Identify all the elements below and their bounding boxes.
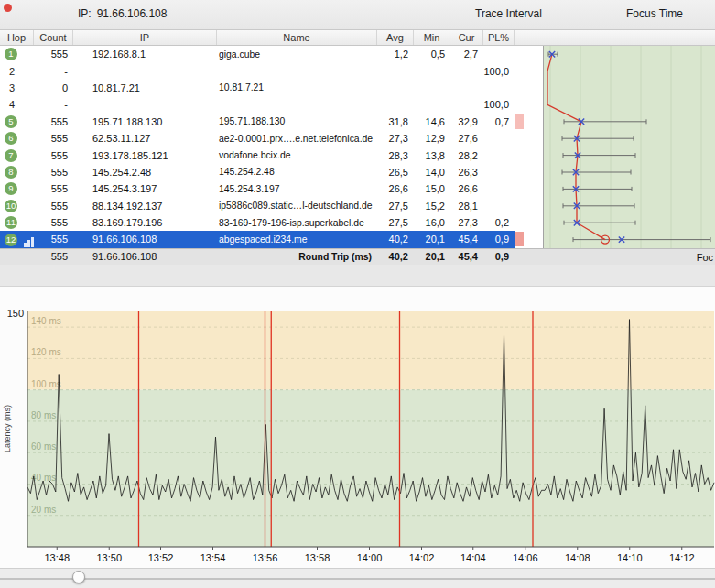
x-tick-label: 13:54 — [200, 552, 226, 563]
x-tick-label: 14:04 — [460, 552, 486, 563]
count-cell: 555 — [34, 167, 73, 178]
avg-cell: 31,8 — [377, 116, 414, 127]
hop-cell: 4 — [0, 99, 34, 110]
ip-cell: 62.53.11.127 — [73, 133, 217, 144]
cur-cell: 45,4 — [450, 234, 483, 245]
cur-cell: 28,1 — [450, 201, 483, 212]
grid-line-label: 140 ms — [31, 316, 61, 326]
column-header-ip[interactable]: IP — [73, 30, 217, 45]
ok-band — [27, 390, 714, 547]
ip-cell: 195.71.188.130 — [73, 116, 217, 127]
hop-number-badge: 1 — [5, 48, 17, 60]
avg-cell: 27,5 — [377, 201, 414, 212]
x-tick-label: 13:52 — [148, 552, 174, 563]
focus-time-label: Focus Time — [626, 7, 683, 20]
cur-cell: 28,2 — [450, 150, 483, 161]
grid-line-label: 80 ms — [31, 410, 56, 420]
y-max-label: 150 — [7, 308, 24, 319]
column-header-min[interactable]: Min — [414, 30, 450, 45]
name-cell: vodafone.bcix.de — [217, 150, 377, 160]
ip-cell: 88.134.192.137 — [73, 201, 217, 212]
warning-band — [27, 311, 714, 390]
x-tick-label: 14:12 — [669, 552, 695, 563]
column-header-hop[interactable]: Hop — [0, 30, 34, 45]
hop-cell: 11 — [0, 216, 34, 229]
focus-label-truncated: Foc — [697, 252, 713, 263]
pl-cell: 0,7 — [483, 116, 515, 127]
pl-cell: 100,0 — [483, 99, 515, 110]
table-row-hop-12[interactable]: 1255591.66.106.108abgespaced.i234.me40,2… — [0, 231, 515, 247]
round-trip-label: Round Trip (ms) — [217, 252, 377, 262]
column-header-pl[interactable]: PL% — [483, 30, 515, 45]
round-trip-row[interactable]: 555 91.66.106.108 Round Trip (ms) 40,2 2… — [0, 248, 715, 265]
timeline-scrollbar — [0, 568, 715, 588]
toolbar: IP:91.66.106.108 Trace Interval Focus Ti… — [0, 0, 715, 30]
hop-number: 3 — [5, 82, 15, 93]
table-row-hop-4[interactable]: 4-100,0 — [0, 96, 515, 113]
table-row-hop-2[interactable]: 2-100,0 — [0, 62, 515, 79]
ip-cell: 10.81.7.21 — [73, 82, 217, 93]
cur-cell: 27,3 — [450, 217, 483, 228]
target-ip-group: IP:91.66.106.108 — [78, 7, 167, 20]
table-row-hop-11[interactable]: 1155583.169.179.19683-169-179-196-isp.su… — [0, 214, 515, 231]
count-cell: 555 — [34, 183, 73, 194]
ip-cell: 83.169.179.196 — [73, 217, 217, 228]
scrollbar-thumb[interactable] — [72, 571, 85, 583]
hop-cell: 2 — [0, 66, 34, 77]
name-cell: 195.71.188.130 — [217, 116, 377, 126]
table-row-hop-9[interactable]: 9555145.254.3.197145.254.3.19726,615,026… — [0, 180, 515, 197]
hop-cell: 6 — [0, 132, 34, 145]
hop-number-badge: 11 — [5, 216, 17, 229]
count-cell: 555 — [34, 49, 73, 60]
avg-cell: 1,2 — [377, 49, 414, 60]
packet-loss-indicator — [515, 114, 524, 129]
min-cell: 15,2 — [414, 201, 450, 212]
min-cell: 0,5 — [414, 49, 450, 60]
table-row-hop-7[interactable]: 7555193.178.185.121vodafone.bcix.de28,31… — [0, 147, 515, 163]
hop-cell: 10 — [0, 200, 34, 212]
summary-pl: 0,9 — [483, 251, 515, 262]
count-cell: 555 — [34, 217, 73, 228]
hop-cell: 5 — [0, 115, 34, 128]
cur-cell: 2,7 — [450, 49, 483, 60]
column-header-cur[interactable]: Cur — [450, 30, 483, 45]
hop-number-badge: 10 — [5, 200, 17, 212]
table-header: Hop Count IP Name Avg Min Cur PL% — [0, 30, 715, 46]
avg-cell: 26,6 — [377, 183, 414, 194]
hop-number-badge: 6 — [5, 132, 17, 145]
min-cell: 16,0 — [414, 217, 450, 228]
table-row-hop-8[interactable]: 8555145.254.2.48145.254.2.4826,514,026,3 — [0, 164, 515, 180]
avg-cell: 40,2 — [377, 234, 414, 245]
column-header-avg[interactable]: Avg — [377, 30, 414, 45]
ip-value: 91.66.106.108 — [97, 7, 168, 20]
table-row-hop-6[interactable]: 655562.53.11.127ae2-0.0001.prx….e.net.te… — [0, 130, 515, 147]
hop-cell: 3 — [0, 82, 34, 93]
focus-graph-icon — [24, 236, 37, 246]
summary-count: 555 — [34, 251, 73, 262]
table-row-hop-3[interactable]: 3010.81.7.2110.81.7.21 — [0, 80, 515, 96]
min-cell: 14,6 — [414, 116, 450, 127]
cur-cell: 27,6 — [450, 133, 483, 144]
table-row-hop-10[interactable]: 1055588.134.192.137ip5886c089.static…l-d… — [0, 198, 515, 214]
table-row-hop-5[interactable]: 5555195.71.188.130195.71.188.13031,814,6… — [0, 114, 515, 130]
table-row-hop-1[interactable]: 1555192.168.8.1giga.cube1,20,52,7 — [0, 46, 515, 62]
y-axis-label: Latency (ms) — [3, 405, 12, 452]
pane-splitter[interactable] — [0, 265, 715, 287]
packet-loss-indicator — [515, 232, 524, 246]
column-header-count[interactable]: Count — [34, 30, 73, 45]
hop-number: 2 — [5, 66, 15, 77]
grid-line-label: 100 ms — [31, 379, 61, 389]
scrollbar-track[interactable] — [0, 578, 715, 580]
hop-cell: 9 — [0, 182, 34, 195]
count-cell: 555 — [34, 133, 73, 144]
hop-cell: 7 — [0, 148, 34, 161]
column-header-name[interactable]: Name — [217, 30, 377, 45]
summary-min: 20,1 — [414, 251, 450, 262]
hop-latency-path — [547, 54, 605, 239]
name-cell: 83-169-179-196-isp.superkabel.de — [217, 218, 377, 228]
x-tick-label: 14:10 — [617, 552, 643, 563]
x-tick-label: 13:58 — [305, 552, 330, 563]
hop-number-badge: 12 — [5, 234, 17, 246]
cur-cell: 32,9 — [450, 116, 483, 127]
pingplotter-window: IP:91.66.106.108 Trace Interval Focus Ti… — [0, 0, 715, 588]
